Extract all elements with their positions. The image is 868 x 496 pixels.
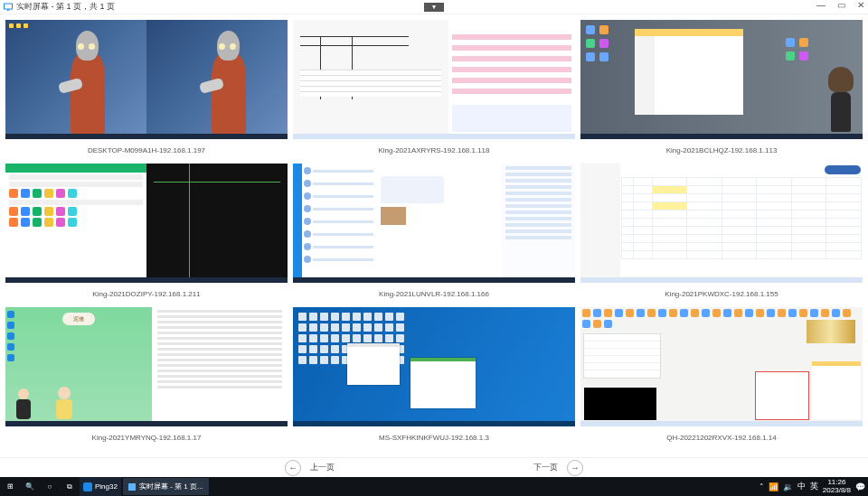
screen-cell: MS-SXFHKINKFWUJ-192.168.1.3 — [293, 307, 575, 445]
tray-overflow-icon[interactable]: ˄ — [760, 482, 764, 491]
cortana-button[interactable]: ○ — [40, 477, 60, 496]
volume-icon[interactable]: 🔉 — [783, 482, 793, 491]
ime-icon[interactable]: 中 — [797, 481, 806, 492]
expand-dropdown-button[interactable]: ▾ — [424, 3, 444, 12]
window-title: 实时屏幕 - 第 1 页，共 1 页 — [16, 1, 115, 13]
screen-thumbnail[interactable] — [580, 164, 863, 283]
system-tray: ˄ 📶 🔉 中 英 11:26 2023/8/8 💬 — [760, 479, 868, 494]
screen-label: King-2021LUNVLR-192.168.1.166 — [293, 283, 575, 302]
search-button[interactable]: 🔍 — [20, 477, 40, 496]
screen-thumbnail[interactable] — [293, 164, 575, 283]
close-button[interactable]: ✕ — [855, 0, 866, 10]
monitor-icon — [128, 483, 136, 491]
thumb-badge: 泥佬 — [62, 313, 95, 325]
screen-thumbnail[interactable] — [5, 164, 288, 283]
clock-date: 2023/8/8 — [823, 487, 851, 494]
ime-mode-icon[interactable]: 英 — [810, 481, 818, 492]
svg-rect-1 — [7, 9, 10, 10]
screens-grid: DESKTOP-M099A1H-192.168.1.197 King-20 — [5, 20, 863, 445]
taskbar-app-label: 实时屏幕 - 第 1 页... — [139, 482, 203, 491]
window-controls: — ▭ ✕ — [816, 0, 866, 10]
screen-cell: King-2021PKWDXC-192.168.1.155 — [580, 164, 863, 302]
window-titlebar: 实时屏幕 - 第 1 页，共 1 页 ▾ — ▭ ✕ — [0, 0, 868, 14]
screen-label: King-2021PKWDXC-192.168.1.155 — [580, 283, 863, 302]
screens-grid-container: DESKTOP-M099A1H-192.168.1.197 King-20 — [0, 14, 868, 457]
screen-thumbnail[interactable] — [580, 307, 863, 426]
next-page-label: 下一页 — [533, 462, 558, 473]
screen-label: MS-SXFHKINKFWUJ-192.168.1.3 — [293, 426, 575, 445]
screen-cell: King-2021BCLHQZ-192.168.1.113 — [580, 20, 863, 158]
taskbar-clock[interactable]: 11:26 2023/8/8 — [823, 479, 851, 494]
next-page-button[interactable]: → — [567, 460, 583, 476]
taskbar-app-label: Ping32 — [95, 482, 118, 491]
screen-cell: King-2021DOZIPY-192.168.1.211 — [5, 164, 288, 302]
notifications-icon[interactable]: 💬 — [855, 482, 865, 491]
screen-thumbnail[interactable] — [5, 20, 288, 139]
screen-label: King-2021YMRYNQ-192.168.1.17 — [5, 426, 288, 445]
screen-thumbnail[interactable]: 泥佬 — [5, 307, 288, 426]
start-button[interactable]: ⊞ — [0, 477, 20, 496]
maximize-button[interactable]: ▭ — [835, 0, 846, 10]
taskview-button[interactable]: ⧉ — [60, 477, 80, 496]
taskbar-app-realtime-screen[interactable]: 实时屏幕 - 第 1 页... — [123, 478, 209, 495]
screen-cell: King-2021AXRYRS-192.168.1.118 — [293, 20, 575, 158]
svg-rect-0 — [5, 4, 13, 9]
screen-cell: DESKTOP-M099A1H-192.168.1.197 — [5, 20, 288, 158]
monitor-icon — [4, 3, 13, 12]
taskbar-app-ping32[interactable]: Ping32 — [80, 477, 121, 496]
screen-cell: 泥佬 King-2021YMRYNQ-192.168.1.17 — [5, 307, 288, 445]
screen-label: DESKTOP-M099A1H-192.168.1.197 — [5, 139, 288, 158]
screen-thumbnail[interactable] — [293, 20, 575, 139]
screen-thumbnail[interactable] — [580, 20, 863, 139]
screen-cell: King-2021LUNVLR-192.168.1.166 — [293, 164, 575, 302]
windows-taskbar: ⊞ 🔍 ○ ⧉ Ping32 实时屏幕 - 第 1 页... ˄ 📶 🔉 中 英… — [0, 477, 868, 496]
minimize-button[interactable]: — — [816, 0, 826, 10]
screen-label: King-2021BCLHQZ-192.168.1.113 — [580, 139, 863, 158]
screen-cell: QH-20221202RXVX-192.168.1.14 — [580, 307, 863, 445]
screen-label: King-2021DOZIPY-192.168.1.211 — [5, 283, 288, 302]
pager: ← 上一页 下一页 → — [0, 457, 868, 477]
network-icon[interactable]: 📶 — [769, 482, 778, 491]
screen-thumbnail[interactable] — [293, 307, 575, 426]
screen-label: King-2021AXRYRS-192.168.1.118 — [293, 139, 575, 158]
screen-label: QH-20221202RXVX-192.168.1.14 — [580, 426, 863, 445]
prev-page-label: 上一页 — [310, 462, 335, 473]
prev-page-button[interactable]: ← — [285, 460, 301, 476]
